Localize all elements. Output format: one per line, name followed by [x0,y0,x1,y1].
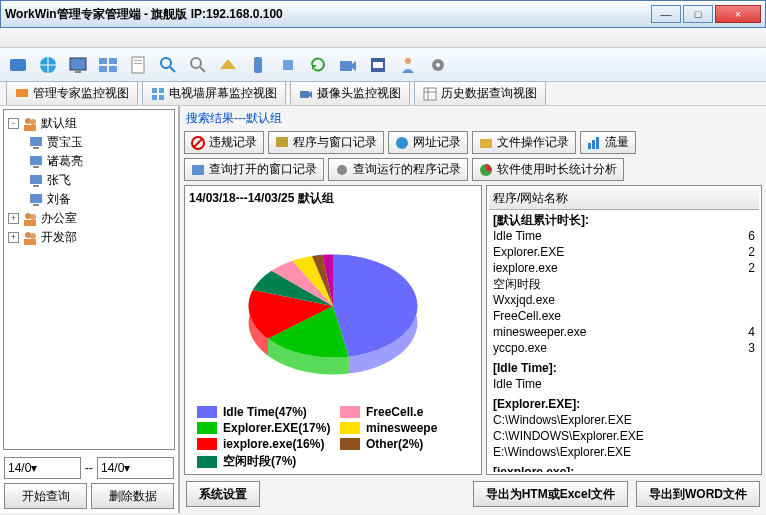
svg-rect-51 [276,137,288,147]
tree-node-child[interactable]: 诸葛亮 [28,152,170,171]
list-row[interactable]: Wxxjqd.exe [493,292,755,308]
user-icon[interactable] [396,53,420,77]
file-record-button[interactable]: 文件操作记录 [472,131,576,154]
users-icon [22,116,38,132]
list-row[interactable]: C:\WINDOWS\Explorer.EXE [493,428,755,444]
svg-point-11 [161,58,171,68]
svg-rect-34 [24,125,36,131]
list-row[interactable]: C:\Windows\Explorer.EXE [493,412,755,428]
start-query-button[interactable]: 开始查询 [4,483,87,509]
svg-line-12 [170,67,175,72]
tree-node-office[interactable]: +办公室 [8,209,170,228]
doc-icon[interactable] [126,53,150,77]
plug-icon[interactable] [276,53,300,77]
svg-rect-54 [588,143,591,149]
tab-bar: 管理专家监控视图 电视墙屏幕监控视图 摄像头监控视图 历史数据查询视图 [0,82,766,106]
export-word-button[interactable]: 导出到WORD文件 [636,481,760,507]
monitor-icon [28,192,44,208]
monitor-icon [28,154,44,170]
svg-rect-39 [30,175,42,184]
screens-icon[interactable] [96,53,120,77]
tree-node-child[interactable]: 张飞 [28,171,170,190]
list-row[interactable]: 空闲时段 [493,276,755,292]
tree-node-dev[interactable]: +开发部 [8,228,170,247]
ship-icon[interactable] [216,53,240,77]
title-bar: WorkWin管理专家管理端 - 旗舰版 IP:192.168.0.100 — … [0,0,766,28]
list-row[interactable]: Idle Time [493,376,755,392]
svg-rect-55 [592,140,595,149]
svg-point-47 [30,233,36,239]
svg-point-52 [396,137,408,149]
collapse-icon[interactable]: - [8,118,19,129]
date-from-input[interactable]: 14/0▾ [4,457,81,479]
list-group-title: [默认组累计时长]: [493,212,755,228]
svg-point-32 [25,118,31,124]
delete-data-button[interactable]: 删除数据 [91,483,174,509]
list-row[interactable]: Idle Time6 [493,228,755,244]
usb-icon[interactable] [246,53,270,77]
refresh-icon[interactable] [306,53,330,77]
list-row[interactable]: E:\Windows\Explorer.EXE [493,444,755,460]
list-row[interactable]: minesweeper.exe4 [493,324,755,340]
search-icon[interactable] [156,53,180,77]
tab-camera-view[interactable]: 摄像头监控视图 [290,81,410,105]
tree-view[interactable]: -默认组 贾宝玉诸葛亮张飞刘备 +办公室 +开发部 [3,109,175,450]
expand-icon[interactable]: + [8,232,19,243]
svg-rect-45 [24,220,36,226]
query-program-button[interactable]: 查询运行的程序记录 [328,158,468,181]
traffic-button[interactable]: 流量 [580,131,636,154]
camera-icon[interactable] [336,53,360,77]
url-record-button[interactable]: 网址记录 [388,131,468,154]
toolbar [0,48,766,82]
forbid-icon [191,136,205,150]
export-html-button[interactable]: 导出为HTM或Excel文件 [473,481,628,507]
maximize-button[interactable]: □ [683,5,713,23]
svg-rect-48 [24,239,36,245]
list-row[interactable]: FreeCell.exe [493,308,755,324]
close-button[interactable]: × [715,5,761,23]
tab-wall-view[interactable]: 电视墙屏幕监控视图 [142,81,286,105]
svg-rect-36 [33,147,39,149]
camera-icon [299,87,313,101]
svg-rect-4 [99,58,107,64]
svg-rect-16 [283,60,293,70]
tree-node-child[interactable]: 贾宝玉 [28,133,170,152]
tree-node-default[interactable]: -默认组 [8,114,170,133]
globe-icon[interactable] [36,53,60,77]
film-icon[interactable] [366,53,390,77]
svg-line-50 [194,139,202,147]
date-sep: -- [85,461,93,475]
tab-monitor-view[interactable]: 管理专家监控视图 [6,81,138,105]
list-row[interactable]: iexplore.exe2 [493,260,755,276]
expand-icon[interactable]: + [8,213,19,224]
table-icon [423,87,437,101]
svg-rect-17 [340,61,352,71]
date-to-input[interactable]: 14/0▾ [97,457,174,479]
violation-record-button[interactable]: 违规记录 [184,131,264,154]
svg-rect-3 [75,71,81,73]
query-window-button[interactable]: 查询打开的窗口记录 [184,158,324,181]
svg-rect-40 [33,185,39,187]
zoom-icon[interactable] [186,53,210,77]
list-row[interactable]: yccpo.exe3 [493,340,755,356]
system-settings-button[interactable]: 系统设置 [186,481,260,507]
list-header: 程序/网站名称 [489,188,759,210]
list-row[interactable]: Explorer.EXE2 [493,244,755,260]
tree-node-child[interactable]: 刘备 [28,190,170,209]
svg-rect-15 [254,57,262,73]
legend-item: Explorer.EXE(17%) [197,421,334,435]
monitor-icon[interactable] [66,53,90,77]
program-window-record-button[interactable]: 程序与窗口记录 [268,131,384,154]
tab-history-view[interactable]: 历史数据查询视图 [414,81,546,105]
record-bar: 违规记录 程序与窗口记录 网址记录 文件操作记录 流量 [182,129,764,156]
legend-item [340,453,477,470]
usage-stats-button[interactable]: 软件使用时长统计分析 [472,158,624,181]
svg-rect-38 [33,166,39,168]
toolbar-icon-1[interactable] [6,53,30,77]
gear-icon[interactable] [426,53,450,77]
gear-icon [335,163,349,177]
list-body[interactable]: [默认组累计时长]:Idle Time6Explorer.EXE2iexplor… [489,210,759,472]
folder-icon [479,136,493,150]
users-icon [22,230,38,246]
minimize-button[interactable]: — [651,5,681,23]
